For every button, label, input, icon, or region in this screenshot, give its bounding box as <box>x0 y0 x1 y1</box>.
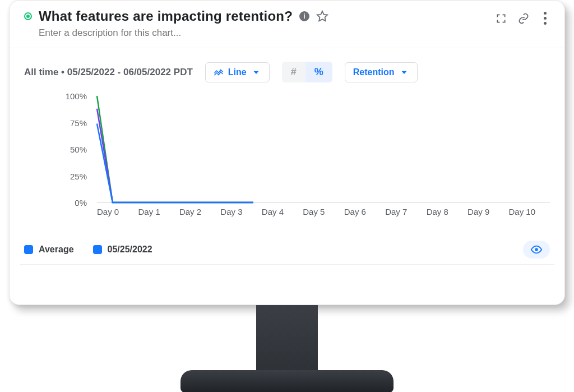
metric-label: Retention <box>353 67 395 77</box>
series-line <box>97 109 253 202</box>
monitor-stand-base <box>180 370 394 392</box>
chart-plot-area: 100%75%50%25%0% Day 0Day 1Day 2Day 3Day … <box>24 96 550 230</box>
plot-svg <box>97 96 265 202</box>
monitor-stand-neck <box>256 305 318 378</box>
chart-controls: All time • 05/25/2022 - 06/05/2022 PDT L… <box>10 48 564 86</box>
series-line <box>97 96 253 202</box>
y-tick: 100% <box>66 91 87 101</box>
star-icon[interactable] <box>316 10 328 22</box>
legend: Average05/25/2022 <box>24 245 152 255</box>
unit-count-button[interactable]: # <box>282 62 305 82</box>
status-indicator-icon <box>24 12 32 20</box>
chart-type-label: Line <box>228 67 247 77</box>
x-tick: Day 3 <box>220 207 261 216</box>
link-icon[interactable] <box>518 13 529 24</box>
chart-type-selector[interactable]: Line <box>205 62 270 82</box>
svg-marker-1 <box>253 71 258 73</box>
x-tick: Day 10 <box>509 207 550 216</box>
svg-marker-0 <box>317 11 327 21</box>
unit-toggle: # % <box>282 62 332 82</box>
x-tick: Day 6 <box>344 207 385 216</box>
fullscreen-icon[interactable] <box>496 13 507 24</box>
x-tick: Day 8 <box>427 207 467 216</box>
screen: What features are impacting retention? i <box>9 0 565 305</box>
x-tick: Day 5 <box>303 207 344 216</box>
y-tick: 25% <box>70 171 87 181</box>
visibility-toggle-icon[interactable] <box>523 241 550 259</box>
caret-down-icon <box>399 67 409 77</box>
series-line <box>97 123 253 202</box>
x-axis: Day 0Day 1Day 2Day 3Day 4Day 5Day 6Day 7… <box>97 207 550 216</box>
legend-item[interactable]: 05/25/2022 <box>93 245 152 255</box>
y-tick: 50% <box>70 145 87 154</box>
chart-header: What features are impacting retention? i <box>10 1 564 42</box>
date-range-label[interactable]: All time • 05/25/2022 - 06/05/2022 PDT <box>24 67 193 78</box>
info-icon[interactable]: i <box>299 11 309 21</box>
x-tick: Day 0 <box>97 207 138 216</box>
legend-row: Average05/25/2022 <box>10 230 564 264</box>
y-tick: 0% <box>75 198 87 207</box>
x-tick: Day 2 <box>179 207 220 216</box>
legend-label: Average <box>39 245 74 255</box>
legend-swatch-icon <box>24 245 33 254</box>
chart-description-input[interactable] <box>39 27 375 39</box>
svg-point-3 <box>535 248 538 251</box>
legend-swatch-icon <box>93 245 102 254</box>
x-tick: Day 9 <box>467 207 508 216</box>
legend-item[interactable]: Average <box>24 245 74 255</box>
legend-label: 05/25/2022 <box>108 245 152 255</box>
x-tick: Day 7 <box>385 207 426 216</box>
svg-marker-2 <box>401 71 406 73</box>
y-tick: 75% <box>70 118 87 127</box>
footer-divider <box>20 264 554 265</box>
caret-down-icon <box>251 67 261 77</box>
monitor-frame: What features are impacting retention? i <box>0 0 574 392</box>
x-tick: Day 1 <box>138 207 179 216</box>
page-title: What features are impacting retention? <box>39 8 293 24</box>
x-tick: Day 4 <box>262 207 303 216</box>
y-axis: 100%75%50%25%0% <box>24 96 91 202</box>
unit-percent-button[interactable]: % <box>305 62 332 82</box>
metric-selector[interactable]: Retention <box>345 62 418 82</box>
more-menu-icon[interactable] <box>540 11 550 26</box>
